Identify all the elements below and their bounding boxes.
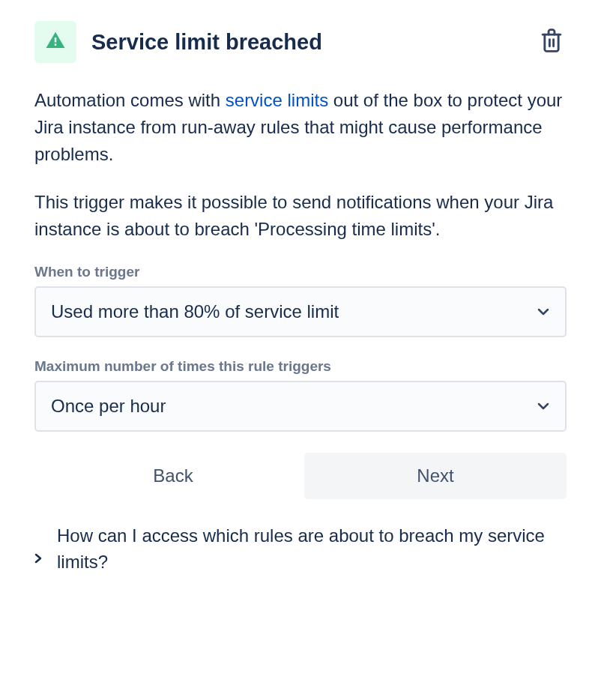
page-title: Service limit breached [91,30,537,55]
description-paragraph-2: This trigger makes it possible to send n… [34,189,567,243]
chevron-down-icon [537,399,550,413]
help-expander-text: How can I access which rules are about t… [57,523,567,576]
trash-icon [540,28,564,56]
chevron-down-icon [537,305,550,319]
back-button[interactable]: Back [42,453,304,499]
svg-rect-0 [55,37,57,42]
max-triggers-select[interactable]: Once per hour [34,381,567,432]
delete-button[interactable] [537,25,567,59]
help-expander[interactable]: How can I access which rules are about t… [34,523,567,576]
warning-triangle-icon [44,29,67,55]
next-button[interactable]: Next [304,453,567,499]
max-triggers-label: Maximum number of times this rule trigge… [34,358,567,375]
svg-rect-1 [55,43,57,46]
chevron-right-icon [34,545,43,554]
service-limits-link[interactable]: service limits [226,90,328,110]
when-to-trigger-value: Used more than 80% of service limit [51,301,339,322]
when-to-trigger-select[interactable]: Used more than 80% of service limit [34,286,567,337]
max-triggers-value: Once per hour [51,396,166,417]
trigger-icon-container [34,21,76,63]
description-paragraph-1: Automation comes with service limits out… [34,87,567,168]
header-row: Service limit breached [34,21,567,63]
when-to-trigger-label: When to trigger [34,264,567,280]
button-row: Back Next [34,453,567,499]
